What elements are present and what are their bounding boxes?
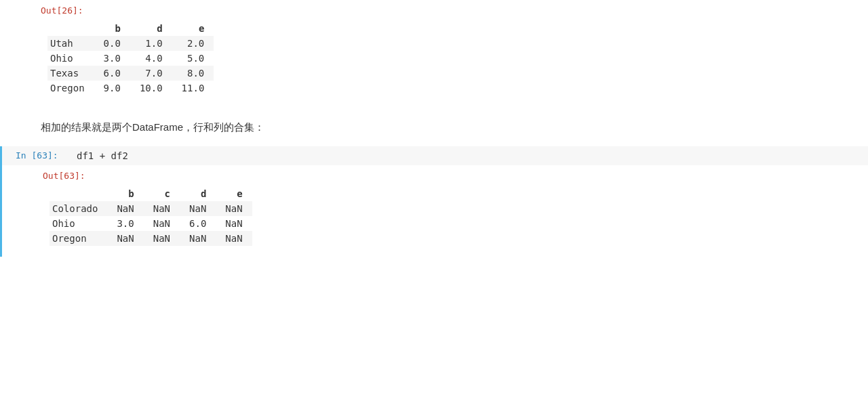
cell-ohio2-b: 3.0 [107, 216, 143, 231]
table-row: Ohio 3.0 NaN 6.0 NaN [50, 216, 252, 231]
cell-colorado-d: NaN [180, 201, 216, 216]
table-row: Ohio 3.0 4.0 5.0 [47, 51, 214, 66]
col-header-e2: e [216, 186, 252, 201]
col-header-d2: d [180, 186, 216, 201]
cell-texas-b: 6.0 [94, 66, 130, 81]
table-body-26: Utah 0.0 1.0 2.0 Ohio 3.0 4.0 5.0 Texas … [47, 36, 214, 96]
cell-oregon-d: 10.0 [130, 81, 172, 96]
cell-utah-e: 2.0 [172, 36, 214, 51]
cell-oregon-b: 9.0 [94, 81, 130, 96]
table-header-63: b c d e [50, 186, 252, 201]
table-row: Oregon NaN NaN NaN NaN [50, 231, 252, 246]
cell-ohio-e: 5.0 [172, 51, 214, 66]
table-row: Colorado NaN NaN NaN NaN [50, 201, 252, 216]
cell-oregon2-e: NaN [216, 231, 252, 246]
cell-oregon2-d: NaN [180, 231, 216, 246]
cell-oregon-e: 11.0 [172, 81, 214, 96]
col-header-d: d [130, 21, 172, 36]
cell-utah-b: 0.0 [94, 36, 130, 51]
cell-ohio2-e: NaN [216, 216, 252, 231]
cell-oregon2-b: NaN [107, 231, 143, 246]
table-body-63: Colorado NaN NaN NaN NaN Ohio 3.0 NaN 6.… [50, 201, 252, 246]
col-header-index2 [50, 186, 107, 201]
cell-texas-d: 7.0 [130, 66, 172, 81]
cell-ohio-d: 4.0 [130, 51, 172, 66]
row-index-ohio: Ohio [47, 51, 94, 66]
table-row: Oregon 9.0 10.0 11.0 [47, 81, 214, 96]
input-cell-63: In [63]: df1 + df2 [0, 146, 868, 165]
output-cell-63: Out[63]: b c d e Colorado NaN NaN NaN Na… [0, 165, 868, 257]
out-label-26: Out[26]: [41, 5, 854, 16]
description-text: 相加的结果就是两个DataFrame，行和列的合集： [0, 106, 868, 146]
row-index-ohio2: Ohio [50, 216, 107, 231]
row-index-oregon: Oregon [47, 81, 94, 96]
row-index-colorado: Colorado [50, 201, 107, 216]
col-header-index [47, 21, 94, 36]
row-index-oregon2: Oregon [50, 231, 107, 246]
cell-colorado-e: NaN [216, 201, 252, 216]
table-header-26: b d e [47, 21, 214, 36]
dataframe-table-26: b d e Utah 0.0 1.0 2.0 Ohio 3.0 4.0 5.0 [47, 21, 214, 96]
table-row: Utah 0.0 1.0 2.0 [47, 36, 214, 51]
col-header-b2: b [107, 186, 143, 201]
cell-colorado-c: NaN [144, 201, 180, 216]
cell-texas-e: 8.0 [172, 66, 214, 81]
notebook-container: Out[26]: b d e Utah 0.0 1.0 2.0 Ohio [0, 0, 868, 257]
output-cell-26: Out[26]: b d e Utah 0.0 1.0 2.0 Ohio [0, 0, 868, 106]
cell-ohio2-d: 6.0 [180, 216, 216, 231]
row-index-texas: Texas [47, 66, 94, 81]
cell-colorado-b: NaN [107, 201, 143, 216]
cell-oregon2-c: NaN [144, 231, 180, 246]
col-header-e: e [172, 21, 214, 36]
cell-utah-d: 1.0 [130, 36, 172, 51]
col-header-b: b [94, 21, 130, 36]
in-label-63: In [63]: [16, 150, 77, 161]
code-content-63[interactable]: df1 + df2 [77, 150, 128, 161]
cell-ohio2-c: NaN [144, 216, 180, 231]
dataframe-table-63: b c d e Colorado NaN NaN NaN NaN Ohio 3.… [50, 186, 252, 246]
col-header-c2: c [144, 186, 180, 201]
cell-ohio-b: 3.0 [94, 51, 130, 66]
out-label-63: Out[63]: [43, 171, 854, 181]
row-index-utah: Utah [47, 36, 94, 51]
table-row-texas: Texas 6.0 7.0 8.0 [47, 66, 214, 81]
